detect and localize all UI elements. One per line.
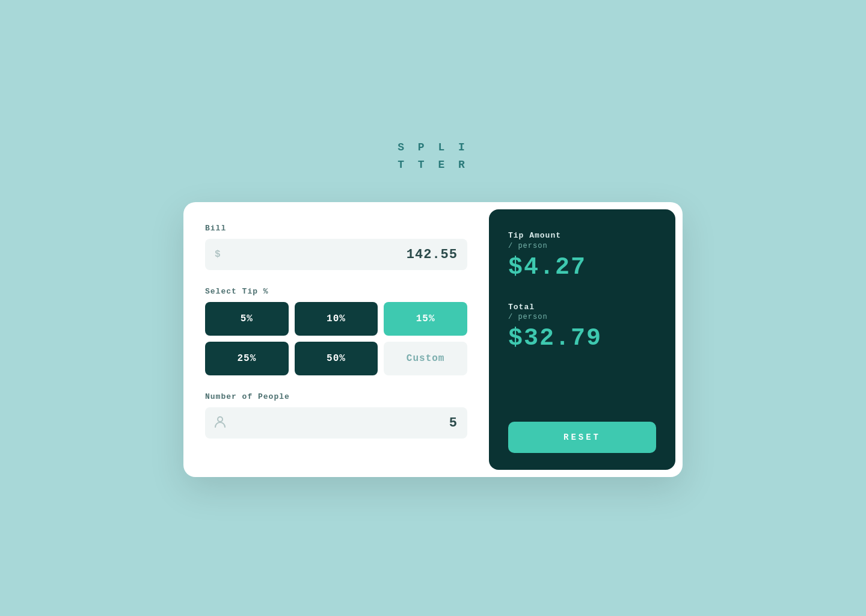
tip-amount-section: Tip Amount / person $4.27: [508, 231, 656, 281]
bill-input-wrapper[interactable]: $ 142.55: [205, 239, 467, 270]
tip-btn-25[interactable]: 25%: [205, 342, 289, 375]
person-icon: [215, 416, 226, 431]
right-panel: Tip Amount / person $4.27 Total / person…: [489, 209, 675, 470]
total-label: Total: [508, 303, 656, 312]
tip-buttons-grid: 5% 10% 15% 25% 50% Custom: [205, 302, 467, 375]
tip-btn-custom[interactable]: Custom: [384, 342, 467, 375]
tip-label: Select Tip %: [205, 287, 467, 296]
reset-button[interactable]: RESET: [508, 422, 656, 453]
tip-amount-value: $4.27: [508, 254, 656, 281]
main-card: Bill $ 142.55 Select Tip % 5% 10% 15% 25…: [183, 202, 683, 477]
tip-btn-15[interactable]: 15%: [384, 302, 467, 336]
people-label: Number of People: [205, 392, 467, 401]
total-sub: / person: [508, 313, 656, 321]
people-input-wrapper[interactable]: 5: [205, 407, 467, 439]
total-section: Total / person $32.79: [508, 303, 656, 353]
left-panel: Bill $ 142.55 Select Tip % 5% 10% 15% 25…: [183, 202, 489, 477]
tip-amount-sub: / person: [508, 242, 656, 250]
tip-amount-label: Tip Amount: [508, 231, 656, 241]
app-title: S P L I T T E R: [398, 139, 468, 174]
bill-label: Bill: [205, 224, 467, 233]
total-value: $32.79: [508, 325, 656, 352]
svg-point-0: [218, 417, 223, 422]
tip-btn-50[interactable]: 50%: [295, 342, 378, 375]
tip-btn-5[interactable]: 5%: [205, 302, 289, 336]
tip-btn-10[interactable]: 10%: [295, 302, 378, 336]
people-value: 5: [233, 416, 458, 431]
bill-prefix: $: [215, 249, 221, 260]
bill-value: 142.55: [228, 247, 458, 262]
